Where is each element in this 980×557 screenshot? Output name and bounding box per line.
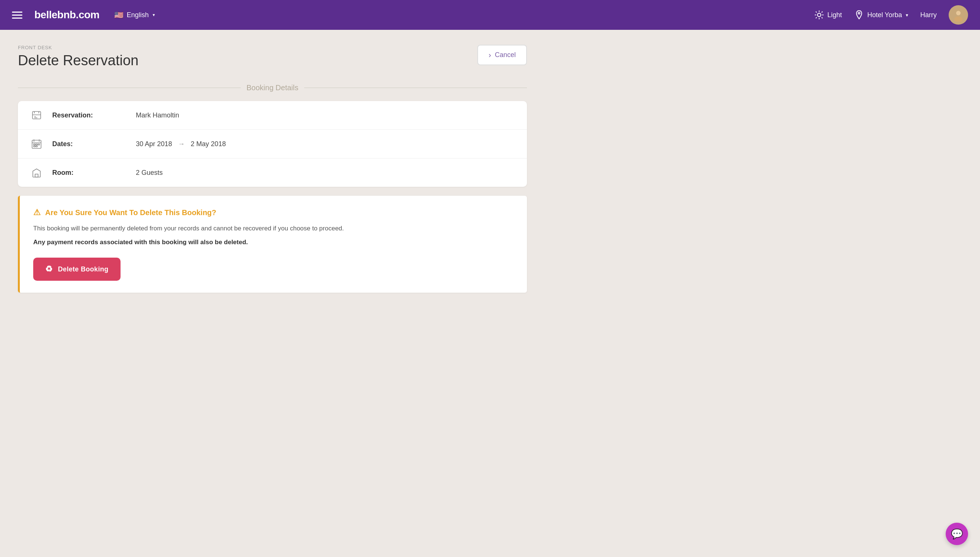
svg-line-5 — [816, 11, 817, 12]
dates-row: Dates: 30 Apr 2018 → 2 May 2018 — [18, 130, 527, 158]
dates-label: Dates: — [52, 140, 127, 148]
location-pin-icon — [854, 10, 864, 20]
room-row: Room: 2 Guests — [18, 158, 527, 187]
reservation-value: Mark Hamoltin — [136, 111, 179, 119]
warning-body-text: This booking will be permanently deleted… — [33, 223, 513, 233]
theme-toggle[interactable]: Light — [814, 10, 842, 20]
room-icon — [30, 168, 43, 178]
reservation-label: Reservation: — [52, 111, 127, 119]
page-content: FRONT DESK Delete Reservation › Cancel B… — [0, 30, 545, 308]
reservation-icon — [30, 110, 43, 121]
navbar: bellebnb.com 🇺🇸 English ▾ Light — [0, 0, 980, 30]
dates-from: 30 Apr 2018 — [136, 140, 172, 148]
dates-value: 30 Apr 2018 → 2 May 2018 — [136, 140, 226, 148]
delete-btn-label: Delete Booking — [58, 265, 108, 273]
language-selector[interactable]: 🇺🇸 English ▾ — [114, 10, 155, 20]
cancel-label: Cancel — [495, 51, 516, 59]
svg-point-0 — [817, 13, 821, 16]
svg-line-7 — [816, 18, 817, 18]
breadcrumb: FRONT DESK — [18, 45, 139, 50]
svg-rect-23 — [34, 144, 35, 145]
page-header-row: FRONT DESK Delete Reservation › Cancel — [18, 45, 527, 81]
chat-icon: 💬 — [951, 528, 963, 540]
hotel-label: Hotel Yorba — [867, 11, 902, 19]
section-divider: Booking Details — [18, 83, 527, 92]
language-label: English — [126, 11, 149, 19]
flag-icon: 🇺🇸 — [114, 10, 124, 20]
page-heading-area: FRONT DESK Delete Reservation — [18, 45, 139, 81]
dates-arrow-icon: → — [178, 140, 185, 148]
warning-box: ⚠ Are You Sure You Want To Delete This B… — [18, 196, 527, 293]
svg-line-8 — [822, 11, 822, 12]
warning-bold-text: Any payment records associated with this… — [33, 237, 513, 247]
booking-details-card: Reservation: Mark Hamoltin Dates: — [18, 101, 527, 187]
hotel-chevron-icon: ▾ — [906, 12, 908, 18]
reservation-row: Reservation: Mark Hamoltin — [18, 101, 527, 130]
avatar-image — [952, 8, 965, 22]
svg-rect-26 — [34, 146, 35, 147]
warning-title: ⚠ Are You Sure You Want To Delete This B… — [33, 208, 513, 217]
cancel-chevron-icon: › — [488, 51, 491, 59]
chat-bubble-button[interactable]: 💬 — [946, 523, 968, 545]
dates-icon — [30, 139, 43, 149]
hamburger-menu[interactable] — [12, 11, 22, 19]
room-label: Room: — [52, 169, 127, 177]
dates-to: 2 May 2018 — [191, 140, 226, 148]
cancel-button[interactable]: › Cancel — [477, 45, 527, 65]
room-value: 2 Guests — [136, 169, 163, 177]
delete-booking-button[interactable]: ♻ Delete Booking — [33, 257, 121, 281]
hotel-selector[interactable]: Hotel Yorba ▾ — [854, 10, 908, 20]
svg-rect-27 — [36, 146, 37, 147]
section-label: Booking Details — [247, 83, 299, 92]
sun-icon — [814, 10, 824, 20]
warning-triangle-icon: ⚠ — [33, 208, 41, 217]
user-name: Harry — [920, 11, 937, 19]
svg-line-6 — [822, 18, 822, 18]
svg-point-11 — [956, 11, 960, 15]
svg-rect-24 — [36, 144, 37, 145]
svg-rect-25 — [38, 144, 39, 145]
page-title: Delete Reservation — [18, 52, 139, 68]
svg-point-9 — [858, 12, 860, 14]
recycle-icon: ♻ — [45, 264, 52, 274]
warning-title-text: Are You Sure You Want To Delete This Boo… — [45, 208, 216, 217]
user-avatar[interactable] — [949, 5, 968, 24]
nav-right-section: Light Hotel Yorba ▾ Harry — [814, 5, 968, 24]
lang-chevron-icon: ▾ — [153, 12, 155, 18]
theme-label: Light — [827, 11, 842, 19]
svg-rect-28 — [35, 174, 38, 177]
brand-logo: bellebnb.com — [34, 9, 99, 21]
